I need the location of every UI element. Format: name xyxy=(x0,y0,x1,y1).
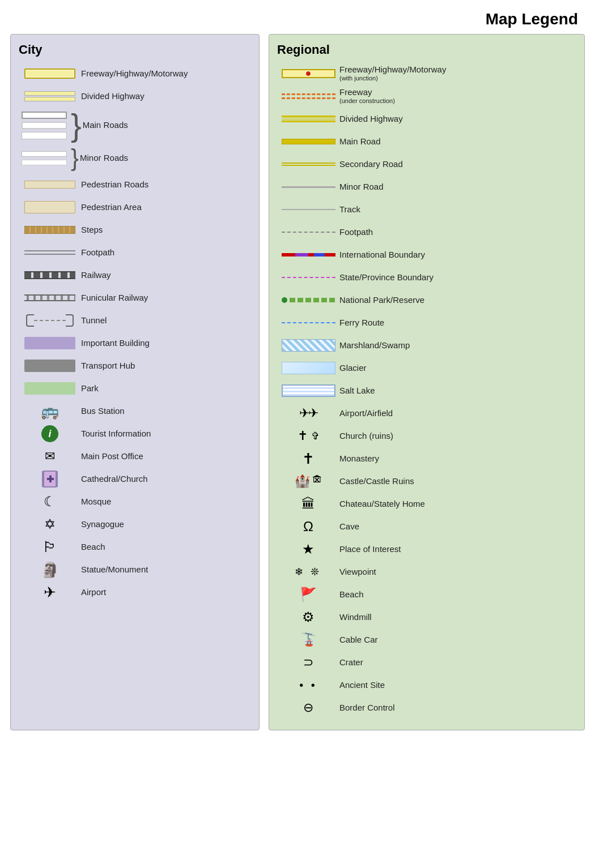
reg-cave-label: Cave xyxy=(339,521,359,532)
list-item: Park xyxy=(19,378,251,399)
freeway-label: Freeway/Highway/Motorway xyxy=(81,69,188,79)
reg-freeway-label: Freeway/Highway/Motorway (with junction) xyxy=(339,65,446,82)
reg-marsh-sym xyxy=(277,339,339,352)
reg-marsh-label: Marshland/Swamp xyxy=(339,340,410,350)
freeway-symbol xyxy=(19,69,81,79)
reg-border-sym: ⊖ xyxy=(277,700,339,715)
list-item: } Main Roads xyxy=(19,108,251,142)
reg-saltlake-sym xyxy=(277,384,339,397)
list-item: ✡ Synagogue xyxy=(19,514,251,535)
reg-monastery-label: Monastery xyxy=(339,454,379,464)
list-item: ✉ Main Post Office xyxy=(19,446,251,467)
reg-intl-label: International Boundary xyxy=(339,250,425,260)
list-item: Tunnel xyxy=(19,310,251,331)
important-building-label: Important Building xyxy=(81,338,150,348)
list-item: Glacier xyxy=(277,357,576,379)
main-roads-brace: } xyxy=(71,110,82,140)
list-item: Pedestrian Area xyxy=(19,196,251,218)
tunnel-label: Tunnel xyxy=(81,315,107,326)
reg-beach-sym: 🚩 xyxy=(277,587,339,602)
reg-natpark-label: National Park/Reserve xyxy=(339,295,424,305)
reg-state-sym xyxy=(277,277,339,278)
reg-cablecar-sym: 🚡 xyxy=(277,632,339,647)
list-item: ✈ Airport xyxy=(19,581,251,603)
reg-crater-label: Crater xyxy=(339,657,363,668)
cathedral-label: Cathedral/Church xyxy=(81,474,148,484)
ped-area-label: Pedestrian Area xyxy=(81,202,142,212)
reg-track-label: Track xyxy=(339,204,360,215)
reg-viewpoint-label: Viewpoint xyxy=(339,567,376,577)
park-label: Park xyxy=(81,383,99,394)
reg-chateau-sym: 🏛 xyxy=(277,496,339,512)
reg-windmill-sym: ⚙ xyxy=(277,609,339,625)
divided-hwy-label: Divided Highway xyxy=(81,91,144,101)
list-item: Funicular Railway xyxy=(19,287,251,309)
bus-station-label: Bus Station xyxy=(81,406,125,416)
list-item: Transport Hub xyxy=(19,355,251,377)
list-item: 🏛 Chateau/Stately Home xyxy=(277,493,576,515)
city-column: City Freeway/Highway/Motorway Divided Hi… xyxy=(10,34,260,730)
tourist-info-symbol: i xyxy=(19,425,81,442)
transport-hub-symbol xyxy=(19,360,81,372)
reg-viewpoint-sym: ❄ ❊ xyxy=(277,566,339,578)
reg-cave-sym: Ω xyxy=(277,519,339,535)
list-item: Freeway/Highway/Motorway xyxy=(19,63,251,84)
minor-roads-label: Minor Roads xyxy=(80,153,128,163)
tourist-info-label: Tourist Information xyxy=(81,429,151,439)
list-item: 🏰🏚 Castle/Castle Ruins xyxy=(277,471,576,492)
footpath-symbol xyxy=(19,250,81,255)
reg-ferry-sym xyxy=(277,322,339,323)
list-item: ☾ Mosque xyxy=(19,491,251,512)
reg-airport-sym: ✈✈ xyxy=(277,406,339,421)
railway-symbol xyxy=(19,271,81,279)
reg-crater-sym: ⊃ xyxy=(277,655,339,670)
reg-freeway-const-sym xyxy=(277,93,339,99)
reg-castle-label: Castle/Castle Ruins xyxy=(339,476,414,486)
cathedral-symbol: ✚ xyxy=(19,471,81,487)
list-item: Marshland/Swamp xyxy=(277,335,576,356)
reg-monastery-sym: ✝ xyxy=(277,450,339,468)
list-item: Pedestrian Roads xyxy=(19,174,251,195)
park-symbol xyxy=(19,382,81,395)
list-item: ❄ ❊ Viewpoint xyxy=(277,561,576,583)
reg-main-road-label: Main Road xyxy=(339,136,381,147)
divided-hwy-symbol xyxy=(19,91,81,101)
list-item: Divided Highway xyxy=(19,85,251,107)
reg-ancient-label: Ancient Site xyxy=(339,680,385,690)
reg-secondary-label: Secondary Road xyxy=(339,159,403,169)
city-header: City xyxy=(19,42,251,57)
list-item: Ferry Route xyxy=(277,312,576,333)
list-item: Minor Road xyxy=(277,176,576,198)
reg-beach-label: Beach xyxy=(339,589,364,600)
airport-city-label: Airport xyxy=(81,587,106,597)
footpath-label: Footpath xyxy=(81,247,114,258)
synagogue-label: Synagogue xyxy=(81,519,124,529)
list-item: ⚙ Windmill xyxy=(277,606,576,628)
steps-symbol xyxy=(19,226,81,234)
list-item: Freeway/Highway/Motorway (with junction) xyxy=(277,63,576,84)
reg-chateau-label: Chateau/Stately Home xyxy=(339,499,425,509)
reg-saltlake-label: Salt Lake xyxy=(339,386,375,396)
list-item: State/Province Boundary xyxy=(277,267,576,288)
railway-label: Railway xyxy=(81,270,111,280)
list-item: ✚ Cathedral/Church xyxy=(19,468,251,490)
ped-area-symbol xyxy=(19,201,81,213)
list-item: Main Road xyxy=(277,131,576,152)
list-item: Steps xyxy=(19,219,251,241)
reg-castle-sym: 🏰🏚 xyxy=(277,474,339,489)
synagogue-symbol: ✡ xyxy=(19,516,81,532)
list-item: ⊃ Crater xyxy=(277,652,576,673)
reg-footpath-sym xyxy=(277,232,339,233)
list-item: Railway xyxy=(19,264,251,286)
mosque-label: Mosque xyxy=(81,497,111,507)
list-item: Footpath xyxy=(19,242,251,263)
list-item: National Park/Reserve xyxy=(277,289,576,311)
reg-divided-sym xyxy=(277,116,339,122)
reg-windmill-label: Windmill xyxy=(339,612,372,622)
list-item: Secondary Road xyxy=(277,153,576,175)
beach-city-symbol: 🏳 xyxy=(19,538,81,556)
funicular-label: Funicular Railway xyxy=(81,293,148,303)
tunnel-symbol xyxy=(19,314,81,327)
mosque-symbol: ☾ xyxy=(19,494,81,510)
minor-roads-symbol xyxy=(19,151,70,165)
